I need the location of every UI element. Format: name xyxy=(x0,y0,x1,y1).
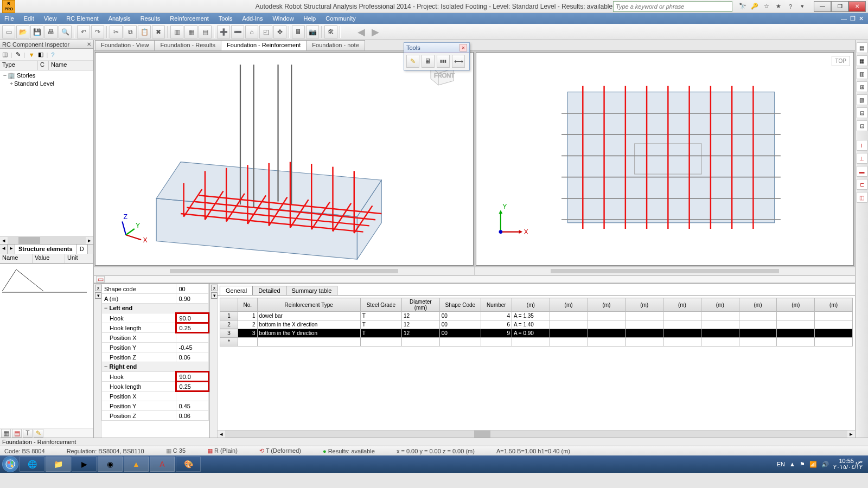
menu-tools[interactable]: Tools xyxy=(219,15,233,22)
rt2-icon[interactable]: ▦ xyxy=(857,55,867,66)
val-left-hooklen[interactable]: 0.25 xyxy=(176,323,209,333)
val-left-posy[interactable]: -0.45 xyxy=(176,343,209,352)
th-m1[interactable]: (m) xyxy=(512,298,550,312)
zoom-window-icon[interactable]: ◰ xyxy=(259,25,272,38)
tool-c-icon[interactable]: ▤ xyxy=(199,25,212,38)
th-m8[interactable]: (m) xyxy=(777,298,815,312)
tray-vol-icon[interactable]: 🔊 xyxy=(821,461,829,468)
tree-child[interactable]: +Standard Level xyxy=(1,80,92,88)
table-row-selected[interactable]: 33 bottom in the Y directionT 1200 9A = … xyxy=(220,329,853,338)
val-right-hook[interactable]: 90.0 xyxy=(176,372,209,382)
subtab-summary[interactable]: Summary table xyxy=(286,286,338,295)
pane-pin2-icon[interactable]: ▾ xyxy=(211,292,218,299)
help-icon[interactable]: ? xyxy=(786,2,795,11)
val-left-posz[interactable]: 0.06 xyxy=(176,352,209,362)
search-input[interactable] xyxy=(613,1,732,12)
table-row[interactable]: 11 dowel barT 1200 4A = 1.35 xyxy=(220,312,853,320)
task-ie-icon[interactable]: 🌐 xyxy=(20,457,44,472)
ft-bars-icon[interactable]: ▮▮▮ xyxy=(437,55,450,68)
menu-rcelement[interactable]: RC Element xyxy=(66,15,98,22)
insp-help-icon[interactable]: ? xyxy=(51,52,54,58)
float-close-icon[interactable]: × xyxy=(459,44,467,52)
mdi-min-icon[interactable]: — xyxy=(841,15,847,22)
dropdown-icon[interactable]: ▾ xyxy=(797,2,807,11)
paste-icon[interactable]: 📋 xyxy=(138,25,151,38)
rt9-icon[interactable]: ⊥ xyxy=(857,153,867,164)
task-paint-icon[interactable]: 🎨 xyxy=(176,457,201,472)
tab-nav-left-icon[interactable]: ◂ xyxy=(0,245,8,254)
task-chrome-icon[interactable]: ◉ xyxy=(98,457,123,472)
reinforcement-grid[interactable]: No. Reinforcement Type Steel Grade Diame… xyxy=(220,298,853,346)
th-m9[interactable]: (m) xyxy=(815,298,853,312)
th-num[interactable]: Number xyxy=(481,298,512,312)
mdi-restore-icon[interactable]: ❐ xyxy=(850,15,856,22)
subtab-general[interactable]: General xyxy=(220,286,253,295)
tray-clock[interactable]: 10:55 ص ٢٠١٥/٠٤/١٢ xyxy=(833,458,863,470)
si3-icon[interactable]: T xyxy=(23,429,33,438)
th-m3[interactable]: (m) xyxy=(588,298,626,312)
si1-icon[interactable]: ▦ xyxy=(1,429,11,438)
pane-close1-icon[interactable]: x xyxy=(95,285,101,291)
start-button[interactable] xyxy=(2,456,18,472)
close-button[interactable]: ✕ xyxy=(848,1,866,12)
pan-icon[interactable]: ✥ xyxy=(273,25,286,38)
maximize-button[interactable]: ❐ xyxy=(831,1,848,12)
tray-lang[interactable]: EN xyxy=(777,461,785,467)
zoom-in-icon[interactable]: ➕ xyxy=(217,25,230,38)
subtab-detailed[interactable]: Detailed xyxy=(252,286,286,295)
si2-icon[interactable]: ▤ xyxy=(12,429,22,438)
menu-analysis[interactable]: Analysis xyxy=(108,15,131,22)
table-hscroll[interactable]: ◂ ▸ xyxy=(218,430,855,438)
th-m4[interactable]: (m) xyxy=(626,298,663,312)
val-right-posx[interactable] xyxy=(176,391,209,401)
rt12-icon[interactable]: ◫ xyxy=(857,192,867,203)
si4-icon[interactable]: ✎ xyxy=(34,429,43,438)
th-grade[interactable]: Steel Grade xyxy=(360,298,401,312)
tab-structure-elements[interactable]: Structure elements xyxy=(15,245,76,254)
insp-tool2-icon[interactable]: ✎ xyxy=(16,51,21,58)
th-dia[interactable]: Diameter (mm) xyxy=(401,298,439,312)
redo-icon[interactable]: ↷ xyxy=(91,25,104,38)
menu-window[interactable]: Window xyxy=(272,15,293,22)
viewport-3d[interactable]: FRONT xyxy=(95,52,474,266)
save-icon[interactable]: 💾 xyxy=(30,25,43,38)
menu-reinforcement[interactable]: Reinforcement xyxy=(170,15,209,22)
tab-d[interactable]: D xyxy=(76,245,88,254)
open-icon[interactable]: 📂 xyxy=(16,25,29,38)
task-autocad-icon[interactable]: A xyxy=(150,457,175,472)
tray-flag-icon[interactable]: ⚑ xyxy=(800,461,805,468)
th-type[interactable]: Reinforcement Type xyxy=(257,298,360,312)
task-media-icon[interactable]: ▶ xyxy=(72,457,97,472)
table-row[interactable]: 22 bottom in the X directionT 1200 6A = … xyxy=(220,320,853,329)
ft-edit-icon[interactable]: ✎ xyxy=(406,55,419,68)
pane-close2-icon[interactable]: x xyxy=(211,285,218,291)
tab-foundation-results[interactable]: Foundation - Results xyxy=(154,40,221,50)
mdi-close-icon[interactable]: ✕ xyxy=(859,15,864,22)
menu-help[interactable]: Help xyxy=(304,15,316,22)
undo-icon[interactable]: ↶ xyxy=(77,25,90,38)
val-left-hook[interactable]: 90.0 xyxy=(176,313,209,323)
th-m5[interactable]: (m) xyxy=(663,298,701,312)
insp-filter-icon[interactable]: ▼ xyxy=(29,52,35,58)
th-m7[interactable]: (m) xyxy=(739,298,777,312)
hscroll-right-icon[interactable]: ▸ xyxy=(86,237,93,244)
preview-icon[interactable]: 🔍 xyxy=(59,25,72,38)
screenshot-icon[interactable]: 📷 xyxy=(306,25,319,38)
calc-icon[interactable]: 🖩 xyxy=(292,25,305,38)
rt5-icon[interactable]: ▧ xyxy=(857,94,867,105)
rt6-icon[interactable]: ⊟ xyxy=(857,107,867,118)
rt11-icon[interactable]: ⊏ xyxy=(857,179,867,190)
cut-icon[interactable]: ✂ xyxy=(110,25,123,38)
val-right-hooklen[interactable]: 0.25 xyxy=(176,382,209,391)
zoom-out-icon[interactable]: ➖ xyxy=(231,25,244,38)
th-m6[interactable]: (m) xyxy=(701,298,739,312)
ft-dim-icon[interactable]: ⟷ xyxy=(452,55,465,68)
key-icon[interactable]: 🔑 xyxy=(750,2,760,11)
val-right-posy[interactable]: 0.45 xyxy=(176,401,209,411)
hscroll-left-icon[interactable]: ◂ xyxy=(0,237,8,244)
rt1-icon[interactable]: ▤ xyxy=(857,42,867,53)
tree-root[interactable]: −🏢 Stories xyxy=(1,72,92,80)
binoculars-icon[interactable]: 🔭 xyxy=(738,2,748,11)
rt8-icon[interactable]: Ⅰ xyxy=(857,140,867,151)
tray-up-icon[interactable]: ▲ xyxy=(789,461,795,467)
